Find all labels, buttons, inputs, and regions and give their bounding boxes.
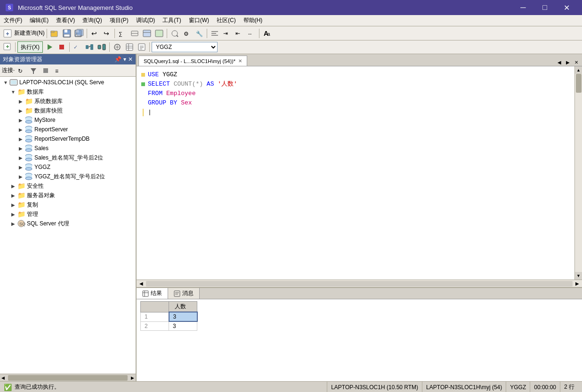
new-query-btn2[interactable]: [2, 41, 13, 53]
minimize-button[interactable]: ─: [512, 0, 534, 15]
results-to-button[interactable]: [124, 41, 135, 53]
sql-editor[interactable]: USE YGGZ SELECT COUNT(*) AS '人数' FRO: [137, 66, 574, 280]
vscroll-track[interactable]: [576, 74, 582, 272]
menu-project[interactable]: 项目(P): [106, 16, 132, 25]
undo-button[interactable]: ↩: [89, 28, 100, 39]
tree-db-yggz[interactable]: ▶ YGGZ: [0, 162, 136, 172]
database-dropdown[interactable]: YGGZ: [152, 42, 218, 52]
close-button[interactable]: ✕: [556, 0, 577, 15]
databases-expander[interactable]: ▼: [9, 88, 17, 96]
yggz2-expander[interactable]: ▶: [17, 173, 24, 180]
new-query-button[interactable]: +: [2, 28, 13, 39]
oe-stop-button[interactable]: [40, 65, 51, 76]
tree-system-dbs[interactable]: ▶ 📁 系统数据库: [0, 96, 136, 106]
display-plan-button[interactable]: [84, 41, 95, 53]
save-all-button[interactable]: [73, 28, 85, 39]
yggz-expander[interactable]: ▶: [17, 163, 24, 171]
sys-dbs-expander[interactable]: ▶: [17, 97, 24, 105]
tree-db-mystore[interactable]: ▶ MyStore: [0, 115, 136, 125]
tree-server-objects[interactable]: ▶ 📁 服务器对象: [0, 191, 136, 200]
new-query-label[interactable]: 新建查询(N): [14, 29, 45, 37]
editor-vscroll[interactable]: ▲ ▼: [574, 66, 582, 280]
server-expander[interactable]: ▼: [2, 79, 9, 86]
rs-expander[interactable]: ▶: [17, 126, 24, 133]
replication-expander[interactable]: ▶: [9, 201, 17, 208]
tree-replication[interactable]: ▶ 📁 复制: [0, 200, 136, 209]
menu-view[interactable]: 查看(V): [52, 16, 79, 25]
oe-connect-label[interactable]: 连接·: [2, 66, 15, 74]
tab-scroll-left[interactable]: ◀: [556, 58, 563, 66]
result-cell-2-1[interactable]: 3: [169, 321, 197, 331]
execute-button[interactable]: 执行(X): [17, 41, 43, 53]
menu-tools[interactable]: 工具(T): [159, 16, 185, 25]
sales-expander[interactable]: ▶: [17, 144, 24, 152]
menu-file[interactable]: 文件(F): [0, 16, 26, 25]
indent-button[interactable]: ⇥: [221, 28, 233, 39]
window-controls[interactable]: ─ □ ✕: [512, 0, 577, 15]
oe-summary-button[interactable]: ≡: [52, 65, 64, 76]
stop-button[interactable]: [56, 41, 67, 53]
outdent-button[interactable]: ⇤: [234, 28, 245, 39]
result-cell-1-1[interactable]: 3: [169, 312, 197, 321]
snapshots-expander[interactable]: ▶: [17, 107, 24, 114]
tab-close-button[interactable]: ✕: [238, 58, 242, 64]
debug-button[interactable]: [44, 41, 55, 53]
query-options-button[interactable]: [112, 41, 123, 53]
save-button[interactable]: [61, 28, 73, 39]
menu-query[interactable]: 查询(Q): [79, 16, 105, 25]
vscroll-thumb[interactable]: [576, 74, 582, 93]
oe-scroll-left[interactable]: ◀: [0, 376, 6, 380]
results-tab[interactable]: 结果: [137, 288, 168, 299]
oe-arrow-button[interactable]: ▾: [123, 56, 126, 63]
button4[interactable]: [129, 28, 140, 39]
maximize-button[interactable]: □: [534, 0, 556, 15]
oe-filter-button[interactable]: [28, 65, 39, 76]
oe-scroll-thumb[interactable]: [8, 375, 128, 381]
button5[interactable]: [141, 28, 153, 39]
actual-plan-button[interactable]: [96, 41, 107, 53]
comment-button[interactable]: --: [246, 28, 257, 39]
align-left-button[interactable]: [209, 28, 220, 39]
oe-close-button[interactable]: ✕: [128, 56, 133, 63]
oe-scroll-bar[interactable]: ◀ ▶: [0, 374, 136, 381]
button8[interactable]: ⚙: [181, 28, 193, 39]
menu-community[interactable]: 社区(C): [213, 16, 240, 25]
hscroll-left[interactable]: ◀: [137, 281, 145, 286]
parse-button[interactable]: ✓: [72, 41, 83, 53]
editor-tab-1[interactable]: SQLQuery1.sql - L...SLOC1H\myj (54))* ✕: [138, 56, 247, 66]
management-expander[interactable]: ▶: [9, 210, 17, 218]
tree-security-folder[interactable]: ▶ 📁 安全性: [0, 181, 136, 191]
oe-refresh-button[interactable]: ↻: [16, 65, 27, 76]
mystore-expander[interactable]: ▶: [17, 116, 24, 124]
sales2-expander[interactable]: ▶: [17, 154, 24, 161]
oe-scroll-right[interactable]: ▶: [129, 376, 136, 380]
tree-db-snapshots[interactable]: ▶ 📁 数据库快照: [0, 106, 136, 115]
agent-expander[interactable]: ▶: [9, 220, 17, 227]
button6[interactable]: [154, 28, 165, 39]
tree-db-rstempdb[interactable]: ▶ ReportServerTempDB: [0, 134, 136, 144]
summarize-button[interactable]: ∑: [117, 28, 128, 39]
vscroll-down[interactable]: ▼: [575, 272, 582, 280]
tree-db-sales[interactable]: ▶ Sales: [0, 144, 136, 153]
font-button[interactable]: Aa: [261, 28, 273, 39]
tree-sql-agent[interactable]: ▶ SQL SQL Server 代理: [0, 219, 136, 228]
results-to-text-button[interactable]: [136, 41, 147, 53]
tab-scroll-right[interactable]: ▶: [564, 58, 572, 66]
rstempdb-expander[interactable]: ▶: [17, 135, 24, 143]
menu-window[interactable]: 窗口(W): [185, 16, 213, 25]
hscroll-right[interactable]: ▶: [574, 281, 581, 286]
open-file-button[interactable]: [49, 28, 60, 39]
tree-db-reportserver[interactable]: ▶ ReportServer: [0, 125, 136, 134]
security-expander[interactable]: ▶: [9, 182, 17, 190]
tree-management[interactable]: ▶ 📁 管理: [0, 209, 136, 219]
tree-server-node[interactable]: ▼ LAPTOP-N3SLOC1H (SQL Serve: [0, 78, 136, 87]
vscroll-up[interactable]: ▲: [575, 66, 582, 74]
server-objects-expander[interactable]: ▶: [9, 192, 17, 199]
menu-help[interactable]: 帮助(H): [240, 16, 267, 25]
button9[interactable]: 🔧: [194, 28, 205, 39]
menu-edit[interactable]: 编辑(E): [26, 16, 52, 25]
tree-db-sales2[interactable]: ▶ Sales_姓名简写_学号后2位: [0, 153, 136, 162]
redo-button[interactable]: ↪: [101, 28, 113, 39]
tab-close-panel[interactable]: ✕: [573, 58, 580, 66]
messages-tab[interactable]: 消息: [168, 288, 200, 299]
